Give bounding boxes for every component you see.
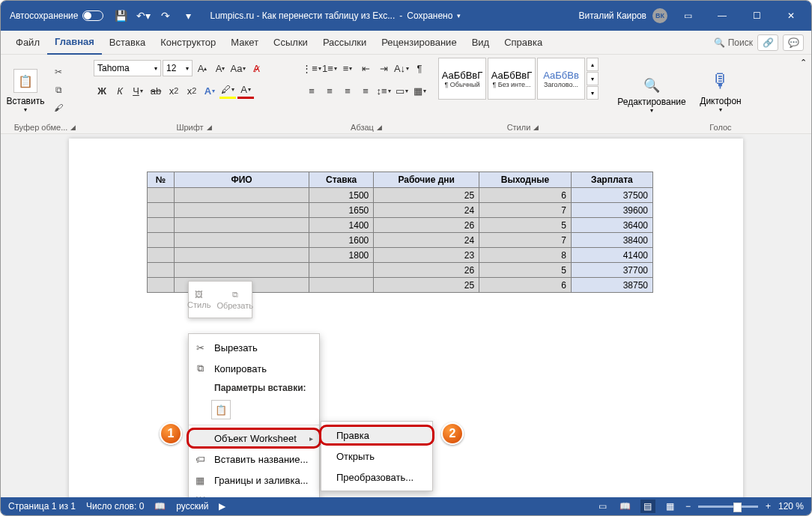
clear-format-icon[interactable]: A̷ [248, 60, 264, 76]
macro-icon[interactable]: ▶ [219, 501, 225, 512]
save-icon[interactable]: 💾 [114, 10, 127, 22]
embedded-table[interactable]: № ФИО Ставка Рабочие дни Выходные Зарпла… [147, 172, 653, 293]
align-left-icon[interactable]: ≡ [303, 82, 320, 99]
sub-edit[interactable]: Правка [319, 425, 434, 446]
spellcheck-icon[interactable]: 📖 [154, 501, 166, 512]
showmarks-icon[interactable]: ¶ [411, 60, 428, 76]
subscript-icon[interactable]: x2 [166, 82, 182, 99]
tab-design[interactable]: Конструктор [153, 31, 223, 55]
style-normal[interactable]: АаБбВвГ¶ Обычный [438, 58, 486, 100]
align-center-icon[interactable]: ≡ [321, 82, 338, 99]
read-view-icon[interactable]: 📖 [618, 501, 633, 512]
search-icon: 🔍 [714, 37, 725, 48]
tab-mailings[interactable]: Рассылки [315, 31, 374, 55]
indent-icon[interactable]: ⇥ [375, 60, 392, 76]
italic-icon[interactable]: К [112, 82, 128, 99]
language[interactable]: русский [176, 501, 208, 512]
multilevel-icon[interactable]: ≡ [339, 60, 356, 76]
font-size-combo[interactable]: 12▾ [163, 60, 193, 76]
style-gallery[interactable]: АаБбВвГ¶ Обычный АаБбВвГ¶ Без инте... Аа… [438, 58, 599, 101]
table-row: 165024739600 [148, 203, 653, 218]
zoom-level[interactable]: 120 % [778, 501, 804, 512]
style-heading[interactable]: АаБбВвЗаголово... [537, 58, 585, 100]
page-indicator[interactable]: Страница 1 из 1 [8, 501, 76, 512]
zoom-slider[interactable] [698, 506, 758, 508]
zoom-out-icon[interactable]: − [685, 501, 691, 512]
tab-view[interactable]: Вид [464, 31, 497, 55]
tab-help[interactable]: Справка [497, 31, 550, 55]
font-color-icon[interactable]: A [237, 82, 254, 99]
submenu-worksheet: Правка Открыть Преобразовать... [321, 421, 433, 491]
ctx-cut[interactable]: ✂Вырезать [189, 337, 319, 358]
word-count[interactable]: Число слов: 0 [86, 501, 144, 512]
sort-icon[interactable]: A↓ [393, 60, 410, 76]
bullets-icon[interactable]: ⋮≡ [303, 60, 320, 76]
tab-insert[interactable]: Вставка [102, 31, 153, 55]
style-button[interactable]: 🖼Стиль [187, 290, 210, 309]
undo-icon[interactable]: ↶▾ [136, 10, 150, 22]
print-view-icon[interactable]: ▤ [640, 500, 655, 513]
dialog-launcher-icon[interactable]: ◢ [70, 124, 76, 131]
dialog-launcher-icon[interactable]: ◢ [207, 124, 212, 131]
minimize-button[interactable]: — [705, 1, 739, 31]
cut-icon[interactable]: ✂ [50, 64, 67, 79]
editing-button[interactable]: 🔍 Редактирование ▾ [618, 74, 685, 114]
line-spacing-icon[interactable]: ↕≡ [375, 82, 392, 99]
align-right-icon[interactable]: ≡ [339, 82, 356, 99]
gallery-scroll[interactable]: ▴▾▾ [587, 58, 599, 100]
ctx-borders[interactable]: ▦Границы и заливка... [189, 470, 319, 491]
paste-option-icon[interactable]: 📋 [211, 400, 231, 419]
share-button[interactable]: 🔗 [757, 34, 778, 51]
format-painter-icon[interactable]: 🖌 [50, 100, 67, 115]
text-effects-icon[interactable]: A [202, 82, 218, 99]
ribbon-options-icon[interactable]: ▭ [670, 1, 705, 31]
close-button[interactable]: ✕ [774, 1, 808, 31]
focus-view-icon[interactable]: ▭ [596, 501, 610, 512]
ctx-worksheet-object[interactable]: Объект Worksheet▸ [187, 428, 321, 449]
underline-icon[interactable]: Ч [130, 82, 146, 99]
redo-icon[interactable]: ↷ [159, 10, 172, 22]
bold-icon[interactable]: Ж [94, 82, 110, 99]
web-view-icon[interactable]: ▦ [663, 501, 678, 512]
shading-icon[interactable]: ▭ [393, 82, 410, 99]
crop-button[interactable]: ⧉Обрезать [216, 290, 253, 310]
table-cell [148, 188, 175, 203]
dictate-button[interactable]: 🎙 Диктофон ▾ [700, 58, 741, 121]
table-cell [148, 233, 175, 248]
grow-font-icon[interactable]: A▴ [194, 60, 210, 76]
superscript-icon[interactable]: x2 [184, 82, 200, 99]
table-cell: 7 [479, 233, 572, 248]
qat-more-icon[interactable]: ▾ [181, 10, 195, 22]
dialog-launcher-icon[interactable]: ◢ [377, 124, 382, 131]
dialog-launcher-icon[interactable]: ◢ [533, 124, 539, 131]
borders-icon[interactable]: ▦ [411, 82, 428, 99]
numbering-icon[interactable]: 1≡ [321, 60, 338, 76]
tab-review[interactable]: Рецензирование [374, 31, 464, 55]
tab-layout[interactable]: Макет [223, 31, 266, 55]
sub-open[interactable]: Открыть [321, 446, 432, 467]
tab-file[interactable]: Файл [8, 31, 47, 55]
style-nospacing[interactable]: АаБбВвГ¶ Без инте... [488, 58, 536, 100]
highlight-icon[interactable]: 🖊 [219, 82, 236, 99]
ctx-caption[interactable]: 🏷Вставить название... [189, 449, 319, 470]
zoom-in-icon[interactable]: + [766, 501, 771, 512]
collapse-ribbon-icon[interactable]: ⌃ [800, 58, 807, 67]
tab-home[interactable]: Главная [47, 31, 102, 55]
paste-button[interactable]: 📋 Вставить ▾ [5, 58, 46, 121]
avatar[interactable]: ВК [652, 8, 667, 23]
change-case-icon[interactable]: Aa [230, 60, 246, 76]
tab-references[interactable]: Ссылки [266, 31, 315, 55]
ctx-copy[interactable]: ⧉Копировать [189, 358, 319, 379]
strike-icon[interactable]: ab [148, 82, 164, 99]
sub-convert[interactable]: Преобразовать... [321, 467, 432, 488]
shrink-font-icon[interactable]: A▾ [212, 60, 228, 76]
copy-icon[interactable]: ⧉ [50, 82, 67, 97]
autosave-toggle[interactable] [82, 10, 103, 21]
ctx-picture[interactable]: 🖼Рисунок... [189, 491, 319, 497]
justify-icon[interactable]: ≡ [357, 82, 374, 99]
outdent-icon[interactable]: ⇤ [357, 60, 374, 76]
maximize-button[interactable]: ☐ [739, 1, 774, 31]
comments-button[interactable]: 💬 [783, 34, 804, 51]
font-combo[interactable]: Tahoma▾ [94, 60, 161, 76]
search-box[interactable]: 🔍 Поиск [714, 37, 753, 48]
